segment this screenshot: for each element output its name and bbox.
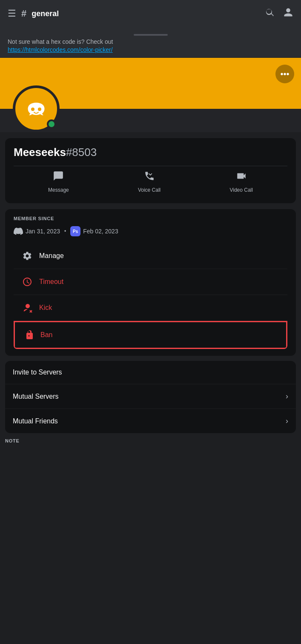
more-options-button[interactable]: •••	[275, 65, 294, 83]
manage-icon	[21, 250, 33, 262]
invite-to-servers-label: Invite to Servers	[13, 369, 62, 376]
ban-label: Ban	[40, 331, 52, 339]
chat-preview-text: Not sure what a hex code is? Check out	[8, 37, 293, 46]
video-call-button[interactable]: Video Call	[229, 170, 252, 193]
message-label: Message	[48, 187, 69, 193]
mutual-servers-label: Mutual Servers	[13, 393, 59, 400]
server-badge: Ps	[70, 226, 80, 236]
timeout-label: Timeout	[39, 278, 63, 286]
manage-action[interactable]: Manage	[14, 243, 287, 269]
channel-name: general	[32, 9, 59, 18]
voice-call-label: Voice Call	[138, 187, 161, 193]
chat-preview: Not sure what a hex code is? Check out h…	[0, 27, 301, 58]
note-section: NOTE	[5, 438, 296, 443]
discriminator: #8503	[66, 146, 97, 159]
discord-date-text: Jan 31, 2023	[26, 228, 60, 235]
mutual-servers-chevron-icon: ›	[286, 392, 288, 401]
discord-logo-icon	[14, 227, 23, 236]
server-date-text: Feb 02, 2023	[83, 228, 118, 235]
channel-hash-icon: #	[21, 8, 26, 19]
svg-point-2	[38, 108, 41, 111]
hamburger-icon[interactable]: ☰	[8, 8, 16, 19]
chat-preview-link[interactable]: https://htmlcolorcodes.com/color-picker/	[8, 46, 293, 53]
avatar-section	[0, 109, 301, 132]
top-bar-right	[265, 7, 293, 20]
scroll-indicator	[8, 32, 293, 37]
search-icon[interactable]	[265, 8, 275, 20]
voice-call-icon	[144, 170, 155, 184]
member-since-card: MEMBER SINCE Jan 31, 2023 • Ps Feb 02, 2…	[5, 209, 296, 356]
timeout-icon	[21, 276, 33, 288]
kick-icon	[21, 302, 33, 314]
svg-point-1	[31, 108, 34, 111]
ban-icon	[23, 329, 34, 341]
video-call-label: Video Call	[229, 187, 252, 193]
ban-action[interactable]: Ban	[14, 321, 287, 349]
member-list-icon[interactable]	[283, 7, 293, 20]
action-row: Message Voice Call Video Call	[14, 166, 287, 195]
message-button[interactable]: Message	[48, 170, 69, 193]
mutual-friends-item[interactable]: Mutual Friends ›	[5, 409, 296, 433]
mod-actions-card: Manage Timeout Kick Ban	[14, 243, 287, 349]
discord-join-date: Jan 31, 2023	[14, 227, 60, 236]
video-call-icon	[236, 170, 247, 184]
manage-label: Manage	[39, 252, 64, 260]
kick-action[interactable]: Kick	[14, 295, 287, 321]
username-row: Meeseeks#8503	[14, 146, 287, 159]
note-label: NOTE	[5, 438, 296, 443]
username: Meeseeks	[14, 146, 66, 159]
member-dates: Jan 31, 2023 • Ps Feb 02, 2023	[14, 226, 287, 236]
social-card: Invite to Servers Mutual Servers › Mutua…	[5, 361, 296, 433]
top-bar-left: ☰ # general	[8, 8, 265, 19]
server-join-date: Ps Feb 02, 2023	[70, 226, 118, 236]
profile-card: Meeseeks#8503 Message Voice Call Video C…	[5, 138, 296, 203]
invite-to-servers-item[interactable]: Invite to Servers	[5, 361, 296, 384]
mutual-servers-item[interactable]: Mutual Servers ›	[5, 384, 296, 409]
date-separator: •	[64, 228, 66, 234]
timeout-action[interactable]: Timeout	[14, 269, 287, 295]
mutual-friends-chevron-icon: ›	[286, 417, 288, 426]
member-since-label: MEMBER SINCE	[14, 216, 287, 221]
kick-label: Kick	[39, 304, 52, 312]
message-icon	[53, 170, 64, 184]
voice-call-button[interactable]: Voice Call	[138, 170, 161, 193]
online-status-indicator	[47, 119, 56, 129]
avatar-wrapper	[13, 85, 60, 132]
avatar-image	[21, 94, 51, 124]
top-bar: ☰ # general	[0, 0, 301, 27]
mutual-friends-label: Mutual Friends	[13, 417, 58, 425]
